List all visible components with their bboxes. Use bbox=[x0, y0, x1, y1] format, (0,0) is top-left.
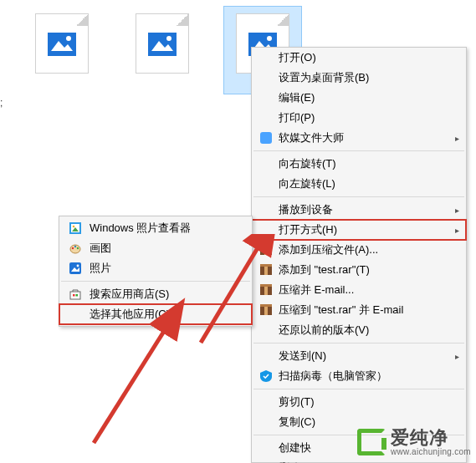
submenu-windows-photo-viewer[interactable]: Windows 照片查看器 bbox=[59, 218, 252, 238]
svg-line-37 bbox=[94, 326, 167, 443]
file-name bbox=[124, 77, 201, 82]
submenu-search-store[interactable]: 搜索应用商店(S) bbox=[59, 284, 252, 304]
context-menu-main: 打开(O) 设置为桌面背景(B) 编辑(E) 打印(P) 软媒文件大师 向右旋转… bbox=[251, 47, 467, 463]
watermark-title: 爱纯净 bbox=[391, 428, 471, 447]
menu-add-testrar[interactable]: 添加到 "test.rar"(T) bbox=[252, 260, 466, 280]
svg-point-2 bbox=[66, 36, 71, 41]
menu-edit[interactable]: 编辑(E) bbox=[252, 88, 466, 108]
svg-rect-18 bbox=[264, 287, 268, 295]
menu-scan[interactable]: 扫描病毒（电脑管家） bbox=[252, 366, 466, 386]
shield-icon bbox=[258, 369, 274, 384]
file-item[interactable] bbox=[23, 7, 100, 94]
menu-cut[interactable]: 剪切(T) bbox=[252, 392, 466, 412]
winrar-icon bbox=[258, 242, 274, 257]
paint-icon bbox=[68, 241, 83, 256]
svg-rect-15 bbox=[264, 267, 268, 275]
winrar-icon bbox=[258, 262, 274, 277]
separator bbox=[253, 389, 464, 389]
svg-point-27 bbox=[72, 247, 74, 249]
menu-rotate-left[interactable]: 向左旋转(L) bbox=[252, 174, 466, 194]
menu-open[interactable]: 打开(O) bbox=[252, 48, 466, 68]
svg-point-32 bbox=[77, 265, 79, 267]
menu-restore-prev[interactable]: 还原以前的版本(V) bbox=[252, 320, 466, 340]
svg-point-8 bbox=[267, 36, 272, 41]
svg-point-28 bbox=[74, 246, 76, 247]
separator bbox=[61, 281, 250, 282]
menu-delete[interactable]: 删除(I bbox=[252, 458, 466, 463]
context-submenu-open-with: Windows 照片查看器 画图 照片 搜索应用商店(S) 选择其他应用(C) bbox=[59, 216, 253, 327]
menu-send-to[interactable]: 发送到(N) bbox=[252, 346, 466, 366]
store-icon bbox=[68, 287, 83, 302]
separator bbox=[253, 150, 464, 151]
svg-rect-35 bbox=[76, 294, 79, 297]
separator bbox=[253, 343, 464, 343]
svg-rect-20 bbox=[260, 304, 272, 307]
menu-print[interactable]: 打印(P) bbox=[252, 108, 466, 128]
watermark-logo-icon bbox=[357, 429, 386, 455]
menu-open-with[interactable]: 打开方式(H) bbox=[252, 220, 466, 240]
svg-rect-33 bbox=[70, 292, 80, 299]
svg-point-29 bbox=[77, 247, 79, 249]
watermark-url: www.aichunjing.com bbox=[391, 448, 471, 457]
menu-cast[interactable]: 播放到设备 bbox=[252, 200, 466, 220]
submenu-choose-other[interactable]: 选择其他应用(C) bbox=[59, 304, 252, 324]
winrar-icon bbox=[258, 282, 274, 298]
app-icon bbox=[258, 130, 274, 145]
svg-rect-11 bbox=[260, 244, 272, 247]
svg-point-5 bbox=[166, 36, 171, 41]
menu-set-bg[interactable]: 设置为桌面背景(B) bbox=[252, 68, 466, 88]
file-name bbox=[23, 77, 100, 82]
svg-rect-21 bbox=[264, 307, 268, 315]
separator bbox=[253, 196, 464, 197]
file-item[interactable] bbox=[124, 7, 201, 94]
svg-rect-0 bbox=[48, 33, 76, 56]
svg-point-24 bbox=[73, 226, 75, 228]
menu-compress-email[interactable]: 压缩并 E-mail... bbox=[252, 280, 466, 300]
winrar-icon bbox=[258, 303, 274, 318]
svg-rect-12 bbox=[264, 247, 268, 255]
menu-compress-to-email[interactable]: 压缩到 "test.rar" 并 E-mail bbox=[252, 300, 466, 320]
menu-add-archive[interactable]: 添加到压缩文件(A)... bbox=[252, 240, 466, 260]
svg-rect-14 bbox=[260, 264, 272, 267]
watermark: 爱纯净 www.aichunjing.com bbox=[357, 428, 471, 456]
photos-icon bbox=[68, 261, 83, 276]
image-file-icon bbox=[136, 13, 189, 74]
svg-rect-17 bbox=[260, 284, 272, 287]
menu-rotate-right[interactable]: 向右旋转(T) bbox=[252, 154, 466, 174]
submenu-paint[interactable]: 画图 bbox=[59, 238, 252, 258]
svg-rect-9 bbox=[260, 132, 272, 144]
submenu-photos[interactable]: 照片 bbox=[59, 258, 252, 278]
left-edge-text: ; bbox=[0, 97, 3, 109]
blank-icon bbox=[68, 307, 83, 322]
svg-rect-3 bbox=[148, 33, 177, 56]
svg-rect-34 bbox=[73, 294, 75, 297]
photo-viewer-icon bbox=[68, 221, 83, 236]
menu-soft-master[interactable]: 软媒文件大师 bbox=[252, 128, 466, 148]
image-file-icon bbox=[35, 13, 89, 74]
